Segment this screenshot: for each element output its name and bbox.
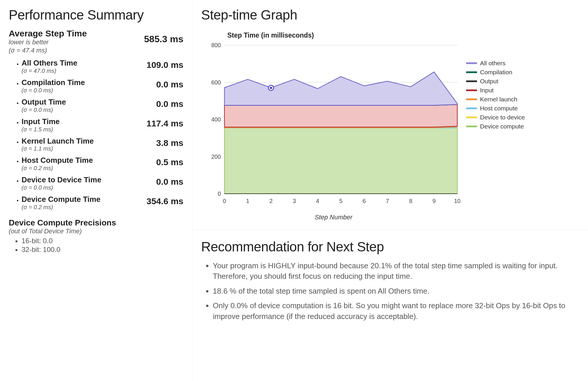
step-time-graph-panel: Step-time Graph Step Time (in millisecon…: [192, 0, 588, 230]
metric-row: Device to Device Time(σ = 0.0 ms)0.0 ms: [22, 176, 183, 191]
chart-xlabel: Step Number: [207, 214, 460, 221]
metric-row: All Others Time(σ = 47.0 ms)109.0 ms: [22, 59, 183, 74]
metric-label: Output Time: [22, 98, 66, 107]
avg-step-time-sub1: lower is better: [9, 38, 87, 46]
metric-label: Device to Device Time: [22, 176, 101, 184]
metric-sigma: (σ = 0.2 ms): [22, 165, 93, 172]
svg-point-23: [270, 87, 272, 89]
chart-legend: All othersCompilationOutputInputKernel l…: [466, 60, 525, 132]
legend-label: Compilation: [480, 69, 512, 76]
metric-label: Input Time: [22, 117, 60, 126]
metric-row: Host Compute Time(σ = 0.2 ms)0.5 ms: [22, 156, 183, 172]
recommendation-list: Your program is HIGHLY input-bound becau…: [201, 260, 579, 322]
legend-swatch: [466, 107, 477, 109]
metric-row: Input Time(σ = 1.5 ms)117.4 ms: [22, 117, 183, 133]
legend-swatch: [466, 98, 477, 100]
precision-item: 16-bit: 0.0: [22, 237, 183, 245]
svg-text:800: 800: [211, 42, 221, 48]
precision-item: 32-bit: 100.0: [22, 246, 183, 254]
metric-sigma: (σ = 0.0 ms): [22, 87, 85, 94]
metric-label: Host Compute Time: [22, 156, 93, 165]
metric-value: 354.6 ms: [146, 195, 183, 206]
metric-sigma: (σ = 1.1 ms): [22, 145, 94, 152]
metric-label: Device Compute Time: [22, 195, 100, 204]
svg-text:9: 9: [432, 198, 435, 204]
legend-swatch: [466, 117, 477, 118]
svg-text:7: 7: [386, 198, 389, 204]
metric-sigma: (σ = 0.2 ms): [22, 204, 100, 211]
metric-row: Output Time(σ = 0.0 ms)0.0 ms: [22, 98, 183, 113]
svg-text:1: 1: [246, 198, 249, 204]
svg-text:2: 2: [269, 198, 272, 204]
svg-text:600: 600: [211, 79, 221, 86]
legend-swatch: [466, 71, 477, 73]
metric-sigma: (σ = 0.0 ms): [22, 107, 66, 113]
avg-step-time-value: 585.3 ms: [144, 29, 183, 45]
metric-row: Kernel Launch Time(σ = 1.1 ms)3.8 ms: [22, 137, 183, 152]
svg-text:400: 400: [211, 116, 221, 123]
legend-label: Device compute: [480, 123, 524, 130]
metric-row: Device Compute Time(σ = 0.2 ms)354.6 ms: [22, 195, 183, 211]
legend-swatch: [466, 80, 477, 82]
metric-sigma: (σ = 1.5 ms): [22, 126, 60, 133]
metric-label: Compilation Time: [22, 78, 85, 87]
avg-step-time-sub2: (σ = 47.4 ms): [9, 46, 87, 54]
metric-sigma: (σ = 0.0 ms): [22, 184, 101, 191]
svg-text:0: 0: [218, 190, 221, 197]
svg-text:8: 8: [409, 198, 412, 204]
legend-swatch: [466, 126, 477, 127]
svg-text:200: 200: [211, 154, 221, 160]
metric-value: 0.5 ms: [156, 156, 183, 167]
metric-value: 117.4 ms: [146, 117, 183, 128]
legend-item[interactable]: Output: [466, 78, 525, 85]
metric-value: 0.0 ms: [156, 78, 183, 89]
legend-swatch: [466, 62, 477, 64]
legend-label: Host compute: [480, 105, 518, 112]
recommendation-item: Only 0.0% of device computation is 16 bi…: [213, 300, 579, 322]
legend-item[interactable]: Kernel launch: [466, 96, 525, 103]
metric-label: Kernel Launch Time: [22, 137, 94, 146]
metric-value: 3.8 ms: [156, 137, 183, 148]
precisions-sub: (out of Total Device Time): [9, 227, 183, 235]
metrics-list: All Others Time(σ = 47.0 ms)109.0 ms Com…: [9, 59, 183, 211]
legend-label: Input: [480, 87, 494, 94]
chart-title: Step Time (in milliseconds): [227, 31, 579, 39]
precisions-list: 16-bit: 0.0 32-bit: 100.0: [9, 237, 183, 254]
svg-text:5: 5: [339, 198, 342, 204]
legend-swatch: [466, 89, 477, 91]
svg-text:3: 3: [293, 198, 296, 204]
metric-value: 109.0 ms: [146, 59, 183, 70]
performance-summary-panel: Performance Summary Average Step Time lo…: [0, 0, 192, 381]
legend-item[interactable]: All others: [466, 60, 525, 67]
legend-item[interactable]: Host compute: [466, 105, 525, 112]
svg-text:0: 0: [223, 198, 226, 204]
avg-step-time-label: Average Step Time: [9, 29, 87, 38]
legend-item[interactable]: Device to device: [466, 114, 525, 121]
summary-title: Performance Summary: [9, 7, 183, 23]
metric-value: 0.0 ms: [156, 98, 183, 109]
avg-step-time-row: Average Step Time lower is better (σ = 4…: [9, 29, 183, 54]
metric-sigma: (σ = 47.0 ms): [22, 68, 77, 74]
svg-text:4: 4: [316, 198, 319, 204]
legend-item[interactable]: Device compute: [466, 123, 525, 130]
metric-label: All Others Time: [22, 59, 77, 68]
graph-title: Step-time Graph: [201, 7, 579, 23]
legend-label: Device to device: [480, 114, 525, 121]
recommendation-title: Recommendation for Next Step: [201, 239, 579, 255]
legend-item[interactable]: Input: [466, 87, 525, 94]
legend-label: Output: [480, 78, 498, 85]
recommendation-panel: Recommendation for Next Step Your progra…: [192, 230, 588, 333]
recommendation-item: Your program is HIGHLY input-bound becau…: [213, 260, 579, 282]
legend-item[interactable]: Compilation: [466, 69, 525, 76]
metric-row: Compilation Time(σ = 0.0 ms)0.0 ms: [22, 78, 183, 94]
svg-text:6: 6: [362, 198, 366, 204]
legend-label: All others: [480, 60, 506, 67]
legend-label: Kernel launch: [480, 96, 517, 103]
step-time-chart[interactable]: 0200400600800012345678910: [201, 42, 460, 208]
recommendation-item: 18.6 % of the total step time sampled is…: [213, 286, 579, 296]
precisions-title: Device Compute Precisions: [9, 218, 183, 227]
svg-text:10: 10: [454, 198, 460, 204]
metric-value: 0.0 ms: [156, 176, 183, 187]
